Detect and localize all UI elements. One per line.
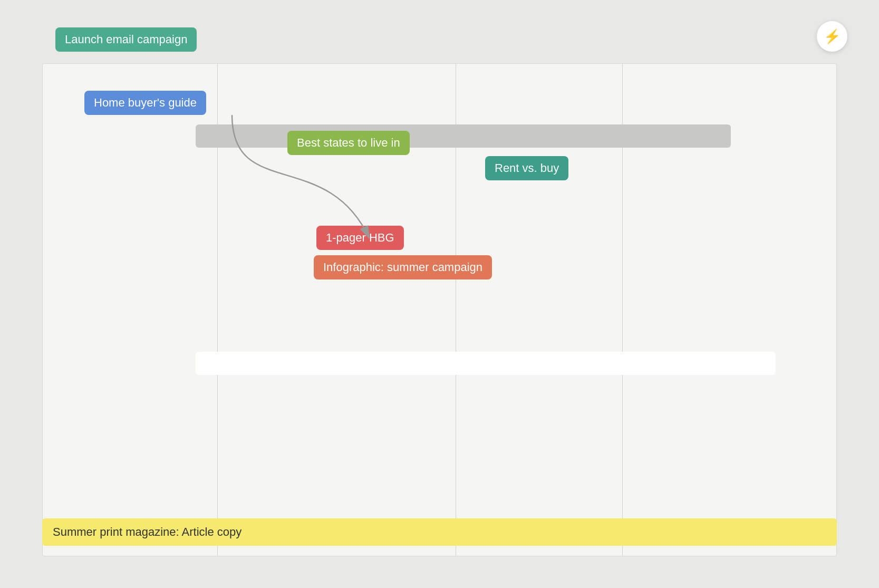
pill-home-buyers-guide[interactable]: Home buyer's guide (84, 91, 206, 115)
pill-launch-email-campaign[interactable]: Launch email campaign (55, 27, 197, 52)
yellow-bar-label: Summer print magazine: Article copy (53, 525, 242, 539)
pill-best-states-label: Best states to live in (297, 136, 400, 150)
pill-best-states[interactable]: Best states to live in (287, 131, 410, 155)
pill-infographic-label: Infographic: summer campaign (323, 261, 482, 274)
pill-one-pager-label: 1-pager HBG (326, 231, 394, 245)
lightning-bolt-icon: ⚡ (824, 28, 841, 45)
pill-rent-vs-buy[interactable]: Rent vs. buy (485, 156, 568, 180)
gray-bar (196, 124, 731, 148)
white-bar (196, 352, 776, 375)
pill-one-pager-hbg[interactable]: 1-pager HBG (316, 226, 404, 250)
pill-launch-email-label: Launch email campaign (65, 33, 187, 46)
yellow-bar[interactable]: Summer print magazine: Article copy (42, 518, 837, 546)
pill-rent-vs-buy-label: Rent vs. buy (495, 161, 559, 175)
pill-infographic-summer[interactable]: Infographic: summer campaign (314, 255, 492, 279)
main-panel (42, 63, 837, 556)
lightning-button[interactable]: ⚡ (817, 21, 847, 52)
pill-home-buyers-label: Home buyer's guide (94, 96, 197, 110)
